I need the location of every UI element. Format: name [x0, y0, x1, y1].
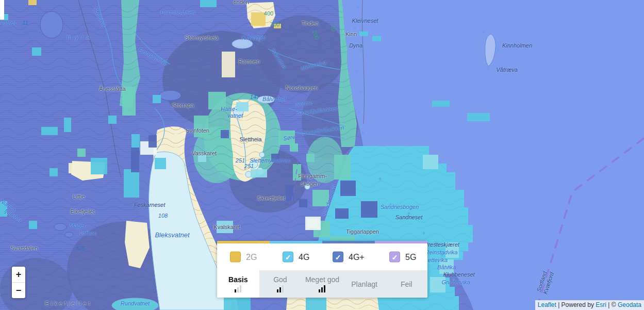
- legend-label-4gplus: 4G+: [349, 252, 365, 262]
- zoom-in-button[interactable]: +: [12, 267, 25, 282]
- tab-label-meget-god: Meget god: [305, 275, 339, 284]
- map-canvas[interactable]: vatnet11myraStorelvaDurmålsdalenStormyrs…: [0, 0, 644, 310]
- attribution-text: | Powered by: [556, 301, 596, 308]
- zoom-out-button[interactable]: −: [12, 283, 25, 298]
- legend-tabs: BasisGodMeget godPlanlagtFeil: [217, 270, 427, 298]
- tab-meget-god[interactable]: Meget god: [301, 270, 343, 298]
- legend-items: 2G✓4G✓4G+✓5G: [217, 243, 427, 270]
- legend-item-4g[interactable]: ✓4G: [283, 252, 309, 263]
- legend-item-4gplus[interactable]: ✓4G+: [333, 252, 365, 263]
- tab-planlagt[interactable]: Planlagt: [343, 270, 386, 298]
- legend-label-2g: 2G: [246, 252, 257, 262]
- attribution-link-leaflet[interactable]: Leaflet: [538, 301, 556, 308]
- signal-strength-icon: [319, 285, 325, 292]
- legend-panel: 2G✓4G✓4G+✓5G BasisGodMeget godPlanlagtFe…: [217, 241, 427, 298]
- tab-label-basis: Basis: [228, 275, 247, 284]
- signal-strength-icon: [277, 285, 284, 292]
- checkbox-4g[interactable]: ✓: [283, 252, 293, 263]
- tab-label-feil: Feil: [401, 280, 412, 288]
- legend-item-2g[interactable]: 2G: [230, 252, 257, 263]
- tab-basis[interactable]: Basis: [217, 270, 259, 298]
- checkbox-5g[interactable]: ✓: [389, 252, 400, 263]
- attribution: Leaflet | Powered by Esri | © Geodata: [535, 300, 644, 310]
- signal-strength-icon: [235, 285, 241, 292]
- tab-god[interactable]: God: [259, 270, 302, 298]
- attribution-text: | ©: [606, 301, 618, 308]
- tab-label-planlagt: Planlagt: [351, 280, 377, 288]
- legend-label-4g: 4G: [299, 252, 309, 262]
- zoom-control: + −: [12, 267, 25, 298]
- legend-item-5g[interactable]: ✓5G: [389, 252, 416, 263]
- checkbox-4gplus[interactable]: ✓: [333, 252, 343, 263]
- legend-label-5g: 5G: [405, 252, 416, 262]
- tab-feil[interactable]: Feil: [385, 270, 427, 298]
- tab-label-god: God: [273, 275, 287, 284]
- attribution-link-esri[interactable]: Esri: [596, 301, 606, 308]
- checkbox-2g[interactable]: [230, 252, 241, 263]
- attribution-link-geodata[interactable]: Geodata: [618, 301, 641, 308]
